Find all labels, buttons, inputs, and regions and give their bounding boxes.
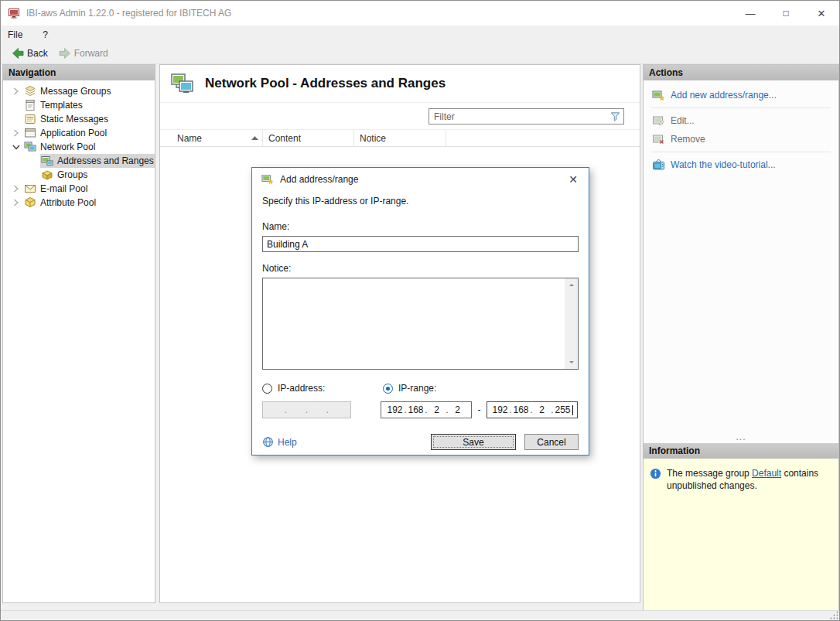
actions-separator xyxy=(651,107,831,108)
addresses-and-ranges-icon xyxy=(41,155,53,167)
add-address-icon xyxy=(652,89,665,101)
chevron-collapsed-icon[interactable] xyxy=(9,183,23,194)
notice-field[interactable] xyxy=(263,278,578,369)
ip-address-field: ... xyxy=(262,401,351,418)
maximize-button[interactable]: □ xyxy=(768,1,804,26)
ip-type-radio-group: IP-address: IP-range: xyxy=(262,383,579,394)
ip-address-radio[interactable] xyxy=(262,384,272,394)
ip-range-option[interactable]: IP-range: xyxy=(383,383,436,394)
ip-range-to-field[interactable]: 192.168.2.255 xyxy=(487,401,578,418)
column-header-content[interactable]: Content xyxy=(263,130,354,146)
menu-bar: File ? xyxy=(1,26,839,43)
nav-item-static-messages[interactable]: Static Messages xyxy=(3,112,155,126)
name-label: Name: xyxy=(262,221,579,232)
nav-label: Templates xyxy=(40,100,83,111)
ip-segment[interactable]: 168 xyxy=(407,404,425,415)
menu-help[interactable]: ? xyxy=(36,27,55,43)
chevron-collapsed-icon[interactable] xyxy=(9,128,23,138)
filter-funnel-icon[interactable] xyxy=(606,111,623,123)
information-header: Information xyxy=(644,443,838,459)
nav-item-addresses-and-ranges[interactable]: Addresses and Ranges xyxy=(3,154,155,168)
nav-item-email-pool[interactable]: E-mail Pool xyxy=(3,182,155,196)
forward-icon xyxy=(59,47,71,60)
ip-range-from-field[interactable]: 192.168.2.2 xyxy=(381,401,472,418)
info-icon xyxy=(650,468,661,479)
navigation-tree: Message Groups Templates Static Messages xyxy=(3,80,155,210)
back-button[interactable]: Back xyxy=(6,45,53,62)
ip-segment[interactable]: 2 xyxy=(533,404,551,415)
column-header-name[interactable]: Name xyxy=(160,130,263,146)
panel-splitter[interactable]: ... xyxy=(644,435,838,443)
dialog-title-bar[interactable]: Add address/range ✕ xyxy=(252,168,589,191)
nav-item-message-groups[interactable]: Message Groups xyxy=(3,84,155,98)
help-globe-icon xyxy=(262,436,274,448)
action-add-new-address-range[interactable]: Add new address/range... xyxy=(650,86,831,104)
nav-label: Addresses and Ranges xyxy=(57,155,154,166)
close-button[interactable]: ✕ xyxy=(804,1,839,26)
actions-panel: Actions Add new address/range... Edit... xyxy=(643,64,839,611)
ip-segment[interactable]: 2 xyxy=(449,404,466,415)
application-pool-icon xyxy=(24,127,36,139)
ip-segment[interactable]: 2 xyxy=(428,404,446,415)
back-icon xyxy=(12,47,24,60)
dialog-body: Specify this IP-address or IP-range. Nam… xyxy=(252,196,589,459)
dialog-close-button[interactable]: ✕ xyxy=(565,173,582,186)
chevron-collapsed-icon[interactable] xyxy=(9,197,23,208)
actions-empty-area xyxy=(644,174,838,435)
resize-grip-icon[interactable] xyxy=(830,611,838,619)
help-link[interactable]: Help xyxy=(262,436,297,448)
templates-icon xyxy=(24,99,36,111)
add-address-icon xyxy=(261,173,274,186)
scroll-down-icon[interactable] xyxy=(565,356,578,369)
nav-item-groups[interactable]: Groups xyxy=(3,168,155,182)
column-label: Content xyxy=(268,133,301,144)
ip-segment[interactable]: 255 xyxy=(554,404,572,415)
menu-file[interactable]: File xyxy=(1,27,29,43)
page-title-row: Network Pool - Addresses and Ranges xyxy=(160,65,640,103)
chevron-spacer xyxy=(26,169,40,180)
ip-segment[interactable]: 192 xyxy=(491,404,509,415)
action-watch-video-tutorial[interactable]: Watch the video-tutorial... xyxy=(650,155,831,174)
filter-input[interactable] xyxy=(429,111,606,122)
chevron-spacer xyxy=(9,114,23,125)
email-pool-icon xyxy=(24,183,36,195)
nav-item-templates[interactable]: Templates xyxy=(3,98,155,112)
filter-row xyxy=(160,103,640,130)
notice-scrollbar[interactable] xyxy=(565,278,578,369)
minimize-button[interactable]: — xyxy=(732,1,768,26)
navigation-header: Navigation xyxy=(3,65,155,80)
dialog-title: Add address/range xyxy=(280,174,358,185)
name-field[interactable] xyxy=(262,236,579,252)
action-label: Watch the video-tutorial... xyxy=(671,159,776,170)
edit-address-icon xyxy=(652,114,665,127)
window-title: IBI-aws Admin 1.22.0 - registered for IB… xyxy=(26,8,231,19)
nav-item-attribute-pool[interactable]: Attribute Pool xyxy=(3,196,155,210)
default-message-group-link[interactable]: Default xyxy=(752,468,781,479)
network-pool-icon xyxy=(24,141,36,153)
nav-item-application-pool[interactable]: Application Pool xyxy=(3,126,155,140)
sort-ascending-icon xyxy=(251,136,258,140)
forward-button[interactable]: Forward xyxy=(53,45,114,62)
scroll-up-icon[interactable] xyxy=(565,278,578,292)
chevron-expanded-icon[interactable] xyxy=(9,142,23,152)
action-label: Add new address/range... xyxy=(671,90,777,101)
range-dash: - xyxy=(472,404,487,415)
ip-inputs-row: ... 192.168.2.2 - 192.168.2.255 xyxy=(262,401,579,418)
nav-item-network-pool[interactable]: Network Pool xyxy=(3,140,155,154)
ip-segment[interactable]: 192 xyxy=(386,404,404,415)
nav-label: Network Pool xyxy=(40,142,95,152)
action-remove[interactable]: Remove xyxy=(650,130,831,148)
ip-segment[interactable]: 168 xyxy=(512,404,530,415)
column-label: Notice xyxy=(360,133,386,144)
cancel-button[interactable]: Cancel xyxy=(524,434,579,450)
remove-address-icon xyxy=(652,133,665,145)
video-tutorial-icon xyxy=(652,159,665,171)
column-header-notice[interactable]: Notice xyxy=(354,130,446,146)
ip-address-option[interactable]: IP-address: xyxy=(262,383,383,394)
chevron-collapsed-icon[interactable] xyxy=(9,86,23,97)
nav-label: E-mail Pool xyxy=(40,183,87,194)
navigation-panel: Navigation Message Groups Templates xyxy=(2,64,155,603)
action-edit[interactable]: Edit... xyxy=(650,111,831,130)
save-button[interactable]: Save xyxy=(431,434,516,450)
ip-range-radio[interactable] xyxy=(383,384,393,394)
